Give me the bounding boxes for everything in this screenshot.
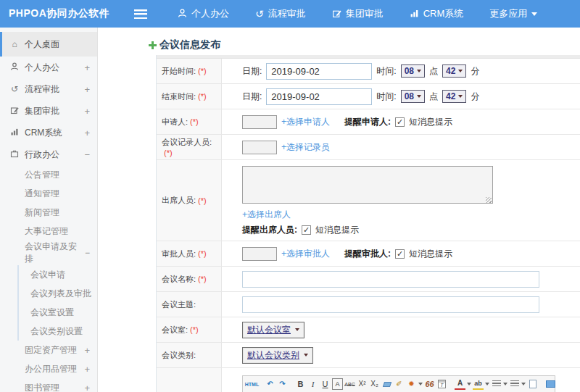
approver-sms-checkbox[interactable]: ✓	[395, 249, 405, 259]
bold-button[interactable]: B	[295, 378, 306, 390]
sidebar-item-admin-office[interactable]: 行政办公 −	[0, 143, 97, 165]
nav-workflow-approval[interactable]: ↺ 流程审批	[255, 7, 306, 20]
sidebar-item-memorabilia-mgmt[interactable]: 大事记管理	[0, 222, 97, 241]
char-border-button[interactable]: A	[332, 378, 343, 390]
end-minute-select[interactable]: 42	[442, 90, 466, 103]
sidebar-item-crm-system[interactable]: CRM系统 +	[0, 122, 97, 143]
highlight-button[interactable]: ab	[473, 378, 484, 390]
form-row-attendees: 出席人员: (*) +选择出席人 提醒出席人员: ✓ 短消息提示	[157, 160, 580, 241]
eraser-button[interactable]	[381, 378, 392, 390]
attendees-sms-checkbox[interactable]: ✓	[302, 225, 311, 235]
form-row-meeting-name: 会议名称: (*)	[157, 267, 580, 292]
choose-approver-link[interactable]: +选择审批人	[281, 248, 330, 260]
expand-icon[interactable]: +	[84, 62, 90, 73]
user-icon	[178, 9, 187, 20]
rich-text-editor: HTML ↶ ↷ B I U A ABC X² X₂	[242, 375, 555, 392]
form-row-start-time: 开始时间: (*) 日期: 时间: 08 点 42 分	[157, 59, 580, 84]
attendees-textarea[interactable]	[242, 166, 493, 204]
sidebar-item-label: 集团审批	[25, 105, 59, 117]
meeting-room-select[interactable]: 默认会议室	[242, 322, 304, 338]
nav-group-approval[interactable]: 集团审批	[332, 7, 384, 20]
collapse-icon[interactable]: −	[84, 149, 90, 160]
expand-icon[interactable]: +	[84, 128, 90, 138]
expand-icon[interactable]: +	[84, 106, 90, 117]
font-color-button[interactable]: A	[455, 378, 465, 390]
approver-input[interactable]	[242, 247, 277, 261]
expand-icon[interactable]: +	[84, 84, 90, 95]
sidebar-item-announcement-mgmt[interactable]: 公告管理	[0, 165, 97, 184]
form-row-meeting-topic: 会议主题:	[157, 292, 580, 317]
collapse-icon[interactable]: −	[85, 248, 90, 258]
end-date-input[interactable]	[266, 88, 372, 105]
end-hour-select[interactable]: 08	[401, 90, 425, 103]
italic-button[interactable]: I	[307, 378, 318, 390]
sidebar-item-workflow-approval[interactable]: ↺ 流程审批 +	[0, 78, 97, 100]
expand-icon[interactable]: +	[84, 383, 90, 392]
caret-down-icon[interactable]	[521, 383, 526, 388]
choose-recorder-link[interactable]: +选择记录员	[281, 141, 330, 154]
new-page-button[interactable]	[527, 378, 538, 390]
caret-down-icon[interactable]	[485, 383, 489, 388]
color-palette-button[interactable]: ✹	[406, 378, 417, 390]
app-logo: PHPOA协同办公软件	[0, 7, 134, 20]
meeting-name-input[interactable]	[242, 271, 539, 288]
expand-icon[interactable]: +	[84, 345, 90, 356]
sidebar-item-group-approval[interactable]: 集团审批 +	[0, 100, 97, 122]
fullscreen-icon	[546, 380, 555, 388]
meeting-category-select[interactable]: 默认会议类别	[242, 347, 313, 364]
subscript-button[interactable]: X₂	[369, 378, 380, 390]
caret-down-icon[interactable]	[467, 383, 471, 388]
nav-personal-office[interactable]: 个人办公	[178, 7, 229, 20]
applicant-input[interactable]	[242, 115, 277, 129]
ordered-list-button[interactable]	[491, 378, 502, 390]
underline-button[interactable]: U	[320, 378, 331, 390]
caret-down-icon	[458, 95, 463, 100]
choose-attendees-link[interactable]: +选择出席人	[242, 209, 291, 221]
sidebar-item-fixed-assets-mgmt[interactable]: 固定资产管理 +	[0, 341, 97, 359]
format-brush-button[interactable]: ✐	[394, 378, 405, 390]
superscript-button[interactable]: X²	[357, 378, 368, 390]
caret-down-icon	[417, 95, 421, 100]
caret-down-icon[interactable]	[418, 383, 423, 388]
strikethrough-button[interactable]: ABC	[344, 378, 355, 390]
caret-down-icon	[304, 354, 308, 359]
attendees-textarea-wrap	[242, 166, 493, 206]
meeting-topic-input[interactable]	[242, 296, 539, 313]
sidebar: ⌂ 个人桌面 个人办公 + ↺ 流程审批 + 集团审批 + CRM系统	[0, 28, 98, 392]
sidebar-item-news-mgmt[interactable]: 新闻管理	[0, 203, 97, 222]
caret-down-icon	[458, 70, 463, 75]
sidebar-item-personal-office[interactable]: 个人办公 +	[0, 57, 97, 78]
recorder-input[interactable]	[242, 141, 277, 154]
start-date-input[interactable]	[266, 63, 372, 80]
start-minute-select[interactable]: 42	[442, 64, 466, 78]
nav-crm-system[interactable]: CRM系统	[410, 7, 464, 20]
html-source-button[interactable]: HTML	[246, 378, 257, 390]
applicant-sms-checkbox[interactable]: ✓	[395, 117, 405, 127]
sidebar-item-meeting-room-settings[interactable]: 会议室设置	[17, 303, 97, 322]
caret-down-icon[interactable]	[503, 383, 508, 388]
sidebar-item-meeting-request-arrange[interactable]: 会议申请及安排−	[0, 241, 97, 265]
field-content: +选择审批人 提醒审批人: ✓ 短消息提示	[222, 241, 580, 266]
choose-applicant-link[interactable]: +选择申请人	[281, 116, 330, 128]
sidebar-item-library-mgmt[interactable]: 图书管理 +	[0, 378, 97, 392]
required-mark: (*)	[198, 92, 207, 101]
start-hour-select[interactable]: 08	[401, 64, 425, 78]
redo-button[interactable]: ↷	[277, 378, 288, 390]
blockquote-button[interactable]: 66	[424, 378, 435, 390]
attendees-remind-row: 提醒出席人员: ✓ 短消息提示	[242, 224, 359, 236]
sidebar-item-meeting-request[interactable]: 会议申请	[17, 265, 97, 284]
nav-more-apps[interactable]: 更多应用	[489, 7, 537, 20]
sidebar-item-meeting-category-settings[interactable]: 会议类别设置	[17, 322, 97, 341]
fullscreen-button[interactable]	[545, 378, 556, 390]
sidebar-item-office-supplies-mgmt[interactable]: 办公用品管理 +	[0, 359, 97, 378]
edit-icon	[9, 106, 20, 117]
expand-icon[interactable]: +	[84, 364, 90, 375]
sidebar-item-personal-desktop[interactable]: ⌂ 个人桌面	[0, 32, 97, 57]
unordered-list-button[interactable]	[509, 378, 520, 390]
sidebar-item-meeting-list-approval[interactable]: 会议列表及审批	[17, 284, 97, 303]
undo-button[interactable]: ↶	[265, 378, 276, 390]
sidebar-item-notice-mgmt[interactable]: 通知管理	[0, 184, 97, 203]
hamburger-menu-icon[interactable]	[134, 9, 147, 19]
paste-button[interactable]: T	[436, 378, 447, 390]
paste-icon: T	[438, 380, 446, 388]
